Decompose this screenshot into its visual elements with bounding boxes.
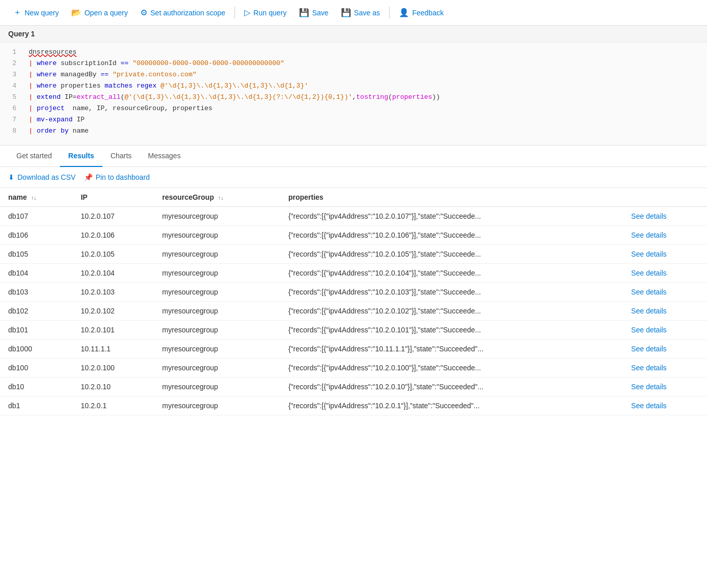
see-details-button[interactable]: See details: [631, 326, 667, 334]
download-csv-button[interactable]: ⬇ Download as CSV: [8, 173, 76, 181]
results-table: name ↑↓ IP resourceGroup ↑↓ properties d…: [0, 188, 707, 415]
set-auth-label: Set authorization scope: [151, 9, 225, 17]
column-header-resourcegroup[interactable]: resourceGroup ↑↓: [154, 188, 280, 207]
cell-resource-group: myresourcegroup: [154, 207, 280, 226]
code-lines: dnsresources | where subscriptionId == "…: [25, 47, 707, 141]
save-icon: 💾: [299, 8, 309, 17]
code-line-8: | order by name: [29, 125, 703, 137]
open-query-button[interactable]: 📂 Open a query: [66, 5, 133, 20]
see-details-button[interactable]: See details: [631, 269, 667, 277]
see-details-button[interactable]: See details: [631, 231, 667, 239]
cell-ip: 10.2.0.107: [73, 207, 154, 226]
cell-see-details: See details: [623, 340, 707, 359]
cell-ip: 10.2.0.104: [73, 264, 154, 283]
table-row: db10710.2.0.107myresourcegroup{"records"…: [0, 207, 707, 226]
query-editor: Query 1 1 2 3 4 5 6 7 8 dnsresources | w…: [0, 26, 707, 145]
code-line-5: | extend IP=extract_all(@'(\d{1,3}\.\d{1…: [29, 92, 703, 103]
cell-ip: 10.2.0.103: [73, 283, 154, 302]
results-section: Get started Results Charts Messages ⬇ Do…: [0, 145, 707, 415]
cell-see-details: See details: [623, 207, 707, 226]
set-auth-button[interactable]: ⚙ Set authorization scope: [135, 5, 230, 20]
sort-icon-name: ↑↓: [31, 195, 36, 201]
cell-see-details: See details: [623, 302, 707, 321]
cell-name: db100: [0, 359, 73, 377]
tabs-row: Get started Results Charts Messages: [0, 145, 707, 167]
cell-see-details: See details: [623, 245, 707, 264]
gear-icon: ⚙: [140, 8, 147, 17]
cell-properties: {"records":[{"ipv4Address":"10.2.0.101"}…: [280, 321, 623, 340]
tab-get-started[interactable]: Get started: [8, 145, 60, 167]
table-header-row: name ↑↓ IP resourceGroup ↑↓ properties: [0, 188, 707, 207]
cell-properties: {"records":[{"ipv4Address":"10.2.0.104"}…: [280, 264, 623, 283]
see-details-button[interactable]: See details: [631, 383, 667, 391]
code-line-6: | project name, IP, resourceGroup, prope…: [29, 103, 703, 114]
cell-name: db104: [0, 264, 73, 283]
table-body: db10710.2.0.107myresourcegroup{"records"…: [0, 207, 707, 415]
cell-name: db102: [0, 302, 73, 321]
run-query-button[interactable]: ▷ Run query: [239, 5, 292, 20]
query-title: Query 1: [0, 26, 707, 43]
cell-ip: 10.2.0.102: [73, 302, 154, 321]
code-line-4: | where properties matches regex @'\d{1,…: [29, 80, 703, 92]
cell-resource-group: myresourcegroup: [154, 283, 280, 302]
cell-ip: 10.2.0.100: [73, 359, 154, 377]
cell-properties: {"records":[{"ipv4Address":"10.2.0.10"}]…: [280, 377, 623, 396]
table-row: db110.2.0.1myresourcegroup{"records":[{"…: [0, 396, 707, 415]
cell-resource-group: myresourcegroup: [154, 264, 280, 283]
run-query-label: Run query: [253, 9, 287, 17]
cell-see-details: See details: [623, 396, 707, 415]
cell-ip: 10.2.0.1: [73, 396, 154, 415]
tab-charts[interactable]: Charts: [102, 145, 140, 167]
cell-resource-group: myresourcegroup: [154, 377, 280, 396]
cell-resource-group: myresourcegroup: [154, 302, 280, 321]
table-row: db10210.2.0.102myresourcegroup{"records"…: [0, 302, 707, 321]
tab-messages[interactable]: Messages: [140, 145, 189, 167]
see-details-button[interactable]: See details: [631, 345, 667, 353]
cell-name: db107: [0, 207, 73, 226]
see-details-button[interactable]: See details: [631, 307, 667, 315]
cell-properties: {"records":[{"ipv4Address":"10.2.0.102"}…: [280, 302, 623, 321]
cell-resource-group: myresourcegroup: [154, 340, 280, 359]
pin-to-dashboard-button[interactable]: 📌 Pin to dashboard: [84, 173, 150, 181]
cell-see-details: See details: [623, 264, 707, 283]
cell-resource-group: myresourcegroup: [154, 359, 280, 377]
cell-name: db1: [0, 396, 73, 415]
cell-properties: {"records":[{"ipv4Address":"10.2.0.106"}…: [280, 226, 623, 245]
save-label: Save: [312, 9, 329, 17]
feedback-label: Feedback: [412, 9, 443, 17]
cell-ip: 10.2.0.106: [73, 226, 154, 245]
pin-to-dashboard-label: Pin to dashboard: [96, 173, 150, 181]
table-row: db10410.2.0.104myresourcegroup{"records"…: [0, 264, 707, 283]
code-area[interactable]: 1 2 3 4 5 6 7 8 dnsresources | where sub…: [0, 43, 707, 145]
cell-properties: {"records":[{"ipv4Address":"10.2.0.100"}…: [280, 359, 623, 377]
cell-name: db10: [0, 377, 73, 396]
run-icon: ▷: [244, 8, 250, 17]
cell-see-details: See details: [623, 321, 707, 340]
open-query-label: Open a query: [84, 9, 128, 17]
cell-ip: 10.11.1.1: [73, 340, 154, 359]
see-details-button[interactable]: See details: [631, 212, 667, 220]
save-as-button[interactable]: 💾 Save as: [336, 5, 385, 20]
code-line-2: | where subscriptionId == "00000000-0000…: [29, 58, 703, 69]
see-details-button[interactable]: See details: [631, 288, 667, 296]
see-details-button[interactable]: See details: [631, 250, 667, 258]
table-row: db10110.2.0.101myresourcegroup{"records"…: [0, 321, 707, 340]
code-line-7: | mv-expand IP: [29, 114, 703, 125]
toolbar: ＋ New query 📂 Open a query ⚙ Set authori…: [0, 0, 707, 26]
actions-row: ⬇ Download as CSV 📌 Pin to dashboard: [0, 167, 707, 188]
cell-properties: {"records":[{"ipv4Address":"10.11.1.1"}]…: [280, 340, 623, 359]
cell-resource-group: myresourcegroup: [154, 396, 280, 415]
cell-ip: 10.2.0.101: [73, 321, 154, 340]
pin-icon: 📌: [84, 173, 93, 181]
save-button[interactable]: 💾 Save: [294, 5, 334, 20]
cell-resource-group: myresourcegroup: [154, 321, 280, 340]
table-row: db10610.2.0.106myresourcegroup{"records"…: [0, 226, 707, 245]
column-header-name[interactable]: name ↑↓: [0, 188, 73, 207]
cell-resource-group: myresourcegroup: [154, 226, 280, 245]
see-details-button[interactable]: See details: [631, 402, 667, 410]
plus-icon: ＋: [13, 7, 22, 18]
see-details-button[interactable]: See details: [631, 364, 667, 372]
feedback-button[interactable]: 👤 Feedback: [394, 5, 448, 20]
tab-results[interactable]: Results: [60, 145, 102, 167]
new-query-button[interactable]: ＋ New query: [8, 4, 64, 21]
